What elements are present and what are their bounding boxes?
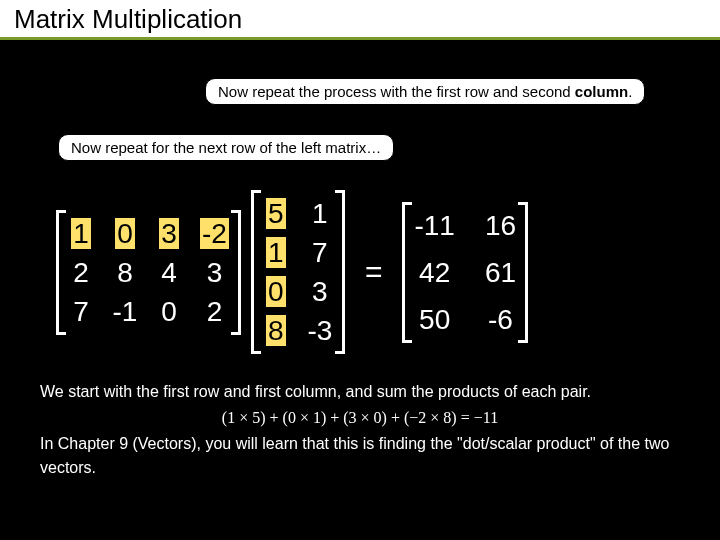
matrix-cell: 3 (307, 274, 333, 309)
callout-suffix: . (628, 83, 632, 100)
matrix-cell: 8 (112, 255, 138, 290)
matrix-cell: -2 (200, 216, 229, 251)
explain-line-2: In Chapter 9 (Vectors), you will learn t… (40, 432, 680, 480)
matrix-b: 5117038-3 (253, 190, 343, 354)
matrix-cell: -1 (112, 294, 138, 329)
matrix-cell: 0 (112, 216, 138, 251)
matrix-cell: 3 (156, 216, 182, 251)
matrix-cell: 5 (263, 196, 289, 231)
matrix-a: 103-228437-102 (58, 210, 239, 335)
equals-sign: = (357, 255, 391, 289)
matrix-cell: 2 (68, 255, 94, 290)
matrix-cell: 0 (263, 274, 289, 309)
matrix-cell: 2 (200, 294, 229, 329)
matrix-cell: 42 (414, 255, 454, 290)
matrix-cell: 4 (156, 255, 182, 290)
matrix-cell: 7 (68, 294, 94, 329)
matrix-cell: -6 (485, 302, 516, 337)
matrix-cell: 8 (263, 313, 289, 348)
callout-text: Now repeat the process with the first ro… (218, 83, 575, 100)
bracket-left (56, 210, 66, 335)
bracket-left (402, 202, 412, 343)
bracket-left (251, 190, 261, 354)
callout-row-column: Now repeat the process with the first ro… (205, 78, 645, 105)
matrix-cell: 1 (307, 196, 333, 231)
matrix-cell: -11 (414, 208, 454, 243)
bracket-right (335, 190, 345, 354)
matrix-cell: 0 (156, 294, 182, 329)
callout-next-row: Now repeat for the next row of the left … (58, 134, 394, 161)
matrix-cell: -3 (307, 313, 333, 348)
matrix-cell: 16 (485, 208, 516, 243)
callout-bold: column (575, 83, 628, 100)
bracket-right (231, 210, 241, 335)
matrix-cell: 50 (414, 302, 454, 337)
matrix-cell: 61 (485, 255, 516, 290)
matrix-cell: 1 (263, 235, 289, 270)
explain-equation: (1 × 5) + (0 × 1) + (3 × 0) + (−2 × 8) =… (40, 404, 680, 432)
matrix-equation: 103-228437-102 5117038-3 = -1116426150-6 (58, 190, 526, 354)
slide-title: Matrix Multiplication (0, 0, 720, 40)
explain-line-1: We start with the first row and first co… (40, 380, 680, 404)
matrix-cell: 7 (307, 235, 333, 270)
matrix-c: -1116426150-6 (404, 202, 526, 343)
explanation-block: We start with the first row and first co… (40, 380, 680, 480)
matrix-cell: 1 (68, 216, 94, 251)
matrix-cell: 3 (200, 255, 229, 290)
bracket-right (518, 202, 528, 343)
